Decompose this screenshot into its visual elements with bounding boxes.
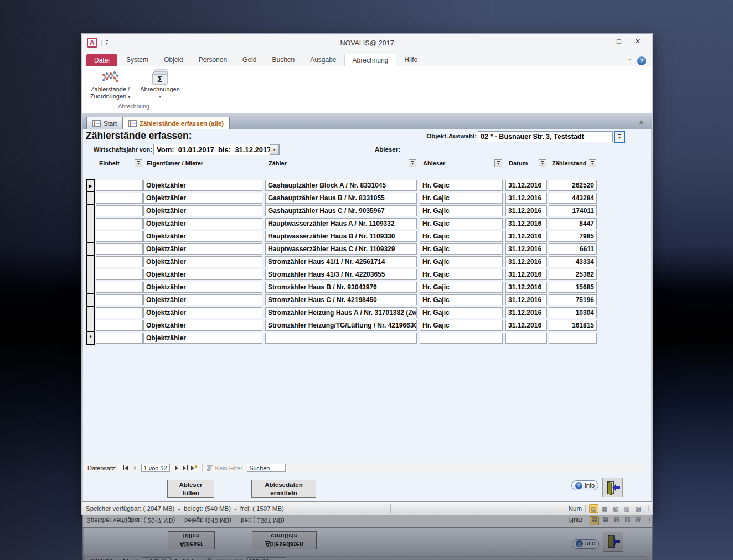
cell-eigentuemer[interactable]: Objektzähler xyxy=(143,205,262,216)
cell-datum[interactable]: 31.12.2016 xyxy=(505,320,547,331)
cell-datum[interactable]: 31.12.2016 xyxy=(505,307,547,318)
cell-datum[interactable]: 31.12.2016 xyxy=(505,269,547,280)
cell-zaehlerstand[interactable]: 15685 xyxy=(549,282,597,293)
record-selector[interactable]: ▶ xyxy=(86,179,95,192)
help-icon[interactable]: ? xyxy=(637,56,646,65)
tab-close-icon[interactable]: ✕ xyxy=(639,119,644,126)
cell-zaehler[interactable]: Stromzähler Heizung/TG/Lüftung / Nr. 421… xyxy=(265,320,417,331)
cell-ableser[interactable]: Hr. Gajic xyxy=(420,294,503,305)
record-selector[interactable] xyxy=(86,281,95,294)
cell-zaehler[interactable]: Hauptwasserzähler Haus C / Nr. 1109329 xyxy=(265,243,417,255)
record-selector[interactable] xyxy=(86,230,95,243)
cell-einheit[interactable] xyxy=(96,231,143,242)
cell-einheit[interactable] xyxy=(96,269,143,280)
cell-einheit[interactable] xyxy=(96,294,143,305)
form-view-icon[interactable]: ▤ xyxy=(589,504,598,513)
column-sort-button[interactable]: ▼ xyxy=(589,159,596,167)
cell-ableser[interactable]: Hr. Gajic xyxy=(420,269,503,280)
filter-indicator[interactable]: Kein Filter xyxy=(206,465,243,471)
cell-einheit[interactable] xyxy=(96,243,143,255)
datasheet-view-icon[interactable]: ▦ xyxy=(600,504,610,513)
cell-datum[interactable]: 31.12.2016 xyxy=(505,243,547,255)
cell-zaehler[interactable]: Gashauptzähler Haus B / Nr. 8331055 xyxy=(265,193,417,204)
search-input[interactable] xyxy=(247,464,286,472)
ribbon-tab-hilfe[interactable]: Hilfe xyxy=(396,54,425,66)
record-selector[interactable] xyxy=(86,319,95,332)
first-record-button[interactable] xyxy=(121,464,130,472)
record-selector[interactable] xyxy=(86,217,95,230)
maximize-button[interactable]: □ xyxy=(610,37,628,45)
cell-ableser[interactable]: Hr. Gajic xyxy=(420,320,503,331)
cell-eigentuemer[interactable]: Objektzähler xyxy=(143,193,262,204)
cell-zaehlerstand[interactable]: 262520 xyxy=(549,180,597,191)
cell-datum[interactable]: 31.12.2016 xyxy=(505,282,547,293)
cell-zaehlerstand[interactable]: 161815 xyxy=(549,320,597,331)
exit-button[interactable] xyxy=(602,478,623,497)
cell-zaehlerstand[interactable]: 6611 xyxy=(549,243,597,255)
cell-zaehler[interactable]: Stromzähler Haus B / Nr. 93043976 xyxy=(265,282,417,293)
wirtschaftsjahr-dropdown-button[interactable]: ▾ xyxy=(270,144,279,155)
cell-zaehlerstand[interactable] xyxy=(549,333,597,344)
cell-zaehlerstand[interactable]: 10304 xyxy=(549,307,597,318)
cell-datum[interactable]: 31.12.2016 xyxy=(505,231,547,242)
cell-einheit[interactable] xyxy=(96,193,143,204)
ablesedaten-ermitteln-button[interactable]: Ablesedaten ermitteln xyxy=(251,480,316,498)
ribbon-tab-abrechnung[interactable]: Abrechnung xyxy=(344,54,397,66)
cell-ableser[interactable]: Hr. Gajic xyxy=(420,193,503,204)
cell-ableser[interactable]: Hr. Gajic xyxy=(420,218,503,229)
cell-zaehler[interactable] xyxy=(265,333,417,344)
cell-einheit[interactable] xyxy=(96,320,143,331)
column-sort-button[interactable]: ▼ xyxy=(409,159,416,167)
cell-zaehler[interactable]: Hauptwasserzähler Haus B / Nr. 1109330 xyxy=(265,231,417,242)
cell-datum[interactable]: 31.12.2016 xyxy=(505,218,547,229)
record-selector[interactable] xyxy=(86,243,95,256)
cell-zaehler[interactable]: Gashauptzähler Block A / Nr. 8331045 xyxy=(265,180,417,191)
cell-ableser[interactable] xyxy=(420,333,503,344)
minimize-button[interactable]: – xyxy=(591,37,610,45)
cell-einheit[interactable] xyxy=(96,256,143,267)
cell-datum[interactable]: 31.12.2016 xyxy=(505,205,547,216)
zaehlerstaende-zuordnungen-button[interactable]: Zählerstände / Zuordnungen ▾ xyxy=(86,68,134,102)
cell-eigentuemer[interactable]: Objektzähler xyxy=(143,218,262,229)
column-sort-button[interactable]: ▼ xyxy=(539,159,546,167)
cell-zaehler[interactable]: Gashauptzähler Haus C / Nr. 9035967 xyxy=(265,205,417,216)
record-selector[interactable] xyxy=(86,192,95,205)
cell-eigentuemer[interactable]: Objektzähler xyxy=(143,294,262,305)
close-button[interactable]: ✕ xyxy=(628,37,647,45)
cell-eigentuemer[interactable]: Objektzähler xyxy=(143,256,262,267)
cell-datum[interactable]: 31.12.2016 xyxy=(505,256,547,267)
cell-zaehler[interactable]: Stromzähler Haus 41/1 / Nr. 42561714 xyxy=(265,256,417,267)
cell-einheit[interactable] xyxy=(96,282,143,293)
design-view-icon[interactable]: ▨ xyxy=(633,504,643,513)
ribbon-tab-ausgabe[interactable]: Ausgabe xyxy=(302,54,344,66)
cell-eigentuemer[interactable]: Objektzähler xyxy=(143,180,262,191)
record-selector[interactable] xyxy=(86,307,95,319)
cell-ableser[interactable]: Hr. Gajic xyxy=(420,282,503,293)
new-record-button[interactable]: * xyxy=(190,464,199,472)
wirtschaftsjahr-combobox[interactable]: Vom: 01.01.2017 bis: 31.12.2017 xyxy=(153,144,280,155)
ribbon-tab-datei[interactable]: Datei xyxy=(86,54,117,66)
resize-grip[interactable] xyxy=(648,506,649,511)
cell-zaehler[interactable]: Stromzähler Haus 41/3 / Nr. 42203655 xyxy=(265,269,417,280)
cell-zaehlerstand[interactable]: 8447 xyxy=(549,218,597,229)
tab-start[interactable]: Start xyxy=(86,117,123,129)
ribbon-tab-geld[interactable]: Geld xyxy=(235,54,264,66)
pivottable-view-icon[interactable]: ▧ xyxy=(611,504,621,513)
cell-eigentuemer[interactable]: Objektzähler xyxy=(143,282,262,293)
cell-zaehler[interactable]: Hauptwasserzähler Haus A / Nr. 1109332 xyxy=(265,218,417,229)
objekt-auswahl-dropdown-button[interactable]: ▼ xyxy=(614,131,625,143)
cell-datum[interactable]: 31.12.2016 xyxy=(505,193,547,204)
cell-einheit[interactable] xyxy=(96,180,143,191)
cell-zaehlerstand[interactable]: 25362 xyxy=(549,269,597,280)
cell-eigentuemer[interactable]: Objektzähler xyxy=(143,320,262,331)
next-record-button[interactable] xyxy=(172,464,181,472)
cell-eigentuemer[interactable]: Objektzähler xyxy=(143,269,262,280)
cell-einheit[interactable] xyxy=(96,333,143,344)
cell-datum[interactable]: 31.12.2016 xyxy=(505,294,547,305)
record-selector[interactable] xyxy=(86,294,95,307)
cell-datum[interactable]: 31.12.2016 xyxy=(505,180,547,191)
cell-zaehler[interactable]: Stromzähler Haus C / Nr. 42198450 xyxy=(265,294,417,305)
cell-eigentuemer[interactable]: Objektzähler xyxy=(143,307,262,318)
ribbon-tab-system[interactable]: System xyxy=(118,54,156,66)
cell-eigentuemer[interactable]: Objektzähler xyxy=(143,231,262,242)
